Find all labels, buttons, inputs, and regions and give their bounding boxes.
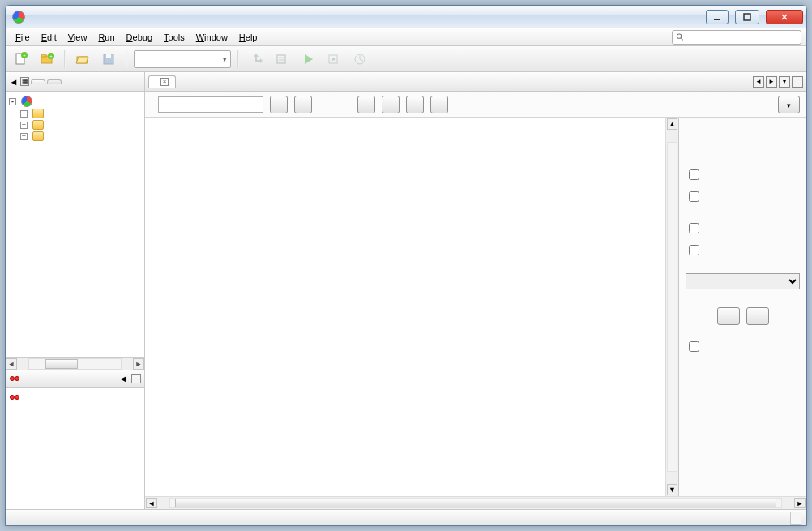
show-weights-checkbox[interactable] xyxy=(686,242,800,259)
open-button[interactable] xyxy=(72,49,93,70)
mouse-mode-select[interactable] xyxy=(686,273,800,289)
project-tree[interactable]: - + + + xyxy=(6,92,144,357)
scroll-thumb[interactable] xyxy=(175,499,776,507)
debug-button[interactable] xyxy=(323,49,344,70)
expand-icon[interactable]: + xyxy=(20,110,28,118)
chevron-left-icon[interactable]: ◄ xyxy=(118,374,128,383)
scroll-track[interactable] xyxy=(667,142,677,472)
save-all-button[interactable] xyxy=(98,49,119,70)
canvas-wrap: ▲ ▼ xyxy=(145,118,806,496)
navigator-network[interactable] xyxy=(7,391,143,404)
scroll-track[interactable] xyxy=(169,498,782,508)
checkbox[interactable] xyxy=(689,341,699,352)
canvas-hscroll[interactable]: ◄ ► xyxy=(145,496,806,509)
menu-edit[interactable]: Edit xyxy=(36,31,62,44)
expand-icon[interactable]: + xyxy=(20,133,28,140)
titlebar[interactable] xyxy=(6,6,806,28)
project-icon xyxy=(21,96,32,107)
zoom-out-button[interactable] xyxy=(746,307,769,325)
chevron-left-icon[interactable]: ◄ xyxy=(9,77,19,87)
collapse-icon[interactable]: - xyxy=(9,98,16,105)
scroll-left-icon[interactable]: ◄ xyxy=(6,358,17,370)
window-minimize-button[interactable] xyxy=(706,10,729,24)
test-button[interactable] xyxy=(294,96,312,113)
reset-button[interactable] xyxy=(406,96,424,113)
calculate-button[interactable] xyxy=(382,96,400,113)
maximize-editor-icon[interactable] xyxy=(792,76,803,88)
svg-rect-14 xyxy=(106,54,111,58)
scroll-tabs-left-icon[interactable]: ◄ xyxy=(753,76,764,88)
scroll-left-icon[interactable]: ◄ xyxy=(146,498,157,508)
statusbar xyxy=(6,509,806,525)
menu-debug[interactable]: Debug xyxy=(122,31,157,44)
bold-text-checkbox[interactable] xyxy=(686,338,800,355)
activation-size-checkbox[interactable] xyxy=(686,188,800,205)
profile-button[interactable] xyxy=(349,49,370,70)
menu-view[interactable]: View xyxy=(63,31,92,44)
window-close-button[interactable] xyxy=(766,10,803,24)
menu-help[interactable]: Help xyxy=(234,31,263,44)
weight-highlighting-checkbox[interactable] xyxy=(686,220,800,237)
tab-list-icon[interactable]: ▾ xyxy=(779,76,790,88)
document-tab[interactable]: × xyxy=(148,75,176,88)
scroll-right-icon[interactable]: ► xyxy=(133,358,144,370)
training-set-input[interactable] xyxy=(158,96,263,113)
tree-item-neural-networks[interactable]: + xyxy=(19,108,143,119)
dropdown-icon[interactable]: ▦ xyxy=(20,77,29,86)
quick-search-input[interactable] xyxy=(688,32,797,43)
scroll-track[interactable] xyxy=(28,358,122,370)
scroll-down-icon[interactable]: ▼ xyxy=(667,484,677,495)
quick-search[interactable] xyxy=(672,30,801,45)
menu-tools[interactable]: Tools xyxy=(159,31,190,44)
graph-view-dropdown[interactable] xyxy=(778,96,800,113)
zoom-in-button[interactable] xyxy=(717,307,740,325)
svg-marker-17 xyxy=(305,54,313,64)
checkbox[interactable] xyxy=(689,223,699,233)
navigator-tree[interactable] xyxy=(6,388,144,509)
panel-options-icon[interactable] xyxy=(131,374,141,383)
svg-text:+: + xyxy=(49,54,53,58)
editor-toolbar xyxy=(145,92,806,118)
tab-files[interactable] xyxy=(31,79,45,84)
randomize-button[interactable] xyxy=(430,96,448,113)
navigator-header[interactable]: ◄ xyxy=(6,370,144,388)
folder-icon xyxy=(32,120,44,130)
svg-marker-12 xyxy=(76,57,88,63)
scroll-thumb[interactable] xyxy=(45,359,78,369)
run-button[interactable] xyxy=(297,49,318,70)
tree-root[interactable]: - xyxy=(7,95,143,108)
clean-build-button[interactable] xyxy=(271,49,293,70)
search-icon xyxy=(676,32,685,42)
checkbox[interactable] xyxy=(689,245,699,255)
scroll-up-icon[interactable]: ▲ xyxy=(667,118,677,130)
tree-hscroll[interactable]: ◄ ► xyxy=(6,357,144,370)
network-canvas[interactable] xyxy=(145,118,665,496)
checkbox[interactable] xyxy=(689,169,699,180)
show-activation-checkbox[interactable] xyxy=(686,166,800,183)
scroll-tabs-right-icon[interactable]: ► xyxy=(766,76,777,88)
svg-line-3 xyxy=(681,37,683,40)
window-maximize-button[interactable] xyxy=(735,10,759,24)
tree-item-test-sets[interactable]: + xyxy=(19,131,143,142)
new-file-button[interactable]: + xyxy=(11,49,32,70)
main-toolbar: + + xyxy=(6,46,806,72)
expand-icon[interactable]: + xyxy=(20,122,28,129)
menu-window[interactable]: Window xyxy=(191,31,233,44)
config-combo[interactable] xyxy=(134,50,231,68)
svg-rect-0 xyxy=(714,19,720,20)
insert-mode-indicator xyxy=(790,512,801,525)
network-icon xyxy=(9,392,20,403)
new-project-button[interactable]: + xyxy=(36,49,58,70)
canvas-vscroll[interactable]: ▲ ▼ xyxy=(665,118,678,496)
menu-file[interactable]: File xyxy=(11,31,35,44)
menu-run[interactable]: Run xyxy=(93,31,119,44)
tab-tasks[interactable] xyxy=(47,79,62,84)
tree-item-training-sets[interactable]: + xyxy=(19,119,143,131)
checkbox[interactable] xyxy=(689,191,699,202)
train-button[interactable] xyxy=(270,96,288,113)
build-button[interactable] xyxy=(246,49,267,70)
app-icon xyxy=(12,11,25,24)
close-tab-icon[interactable]: × xyxy=(160,78,169,86)
scroll-right-icon[interactable]: ► xyxy=(794,498,806,508)
set-input-button[interactable] xyxy=(357,96,375,113)
